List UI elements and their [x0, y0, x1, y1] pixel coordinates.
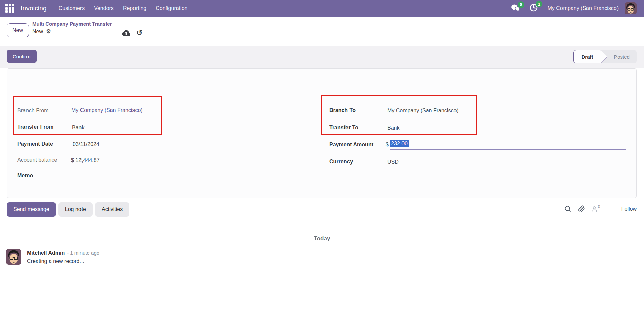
today-label: Today — [305, 235, 339, 242]
account-balance-value: $ 12,444.87 — [71, 157, 100, 163]
search-messages-button[interactable] — [564, 205, 571, 213]
control-panel: New Multi Company Payment Transfer New ⚙… — [0, 17, 644, 46]
app-name[interactable]: Invoicing — [21, 5, 47, 12]
breadcrumb-record-name: New — [32, 29, 43, 35]
cloud-save-icon[interactable] — [122, 30, 131, 36]
branch-to-label: Branch To — [329, 107, 356, 113]
menu-customers[interactable]: Customers — [54, 0, 89, 17]
paperclip-icon — [578, 205, 585, 213]
branch-to-value[interactable]: My Company (San Francisco) — [387, 108, 459, 114]
currency-label: Currency — [329, 159, 353, 165]
followers-person-icon — [591, 206, 598, 213]
apps-grid-icon[interactable] — [5, 4, 14, 13]
transfer-from-label: Transfer From — [17, 124, 54, 130]
breadcrumb: Multi Company Payment Transfer New ⚙ — [32, 21, 112, 35]
messages-button[interactable]: 8 — [511, 4, 520, 13]
branch-from-label: Branch From — [17, 108, 48, 114]
payment-amount-selected-text: 232.00 — [390, 140, 409, 147]
today-divider: Today — [7, 235, 637, 242]
company-switcher[interactable]: My Company (San Francisco) — [547, 5, 619, 11]
chatter-message: Mitchell Admin - 1 minute ago Creating a… — [6, 249, 99, 265]
avatar-image — [6, 249, 21, 265]
gear-icon[interactable]: ⚙ — [46, 28, 51, 35]
payment-amount-input[interactable]: 232.00 — [390, 141, 626, 150]
follow-button[interactable]: Follow — [621, 206, 637, 212]
chatter-buttons: Send message Log note Activities — [7, 202, 129, 217]
breadcrumb-parent[interactable]: Multi Company Payment Transfer — [32, 21, 112, 27]
navbar-systray: 8 1 My Company (San Francisco) — [511, 0, 637, 17]
memo-label: Memo — [17, 173, 33, 179]
followers-button[interactable]: 0 — [591, 206, 600, 213]
nav-menus: Customers Vendors Reporting Configuratio… — [54, 0, 193, 17]
payment-date-label: Payment Date — [17, 141, 53, 147]
transfer-to-label: Transfer To — [329, 125, 358, 131]
messages-badge: 8 — [518, 1, 524, 8]
chatter-tools: 0 Follow — [564, 205, 637, 213]
top-navbar: Invoicing Customers Vendors Reporting Co… — [0, 0, 644, 17]
branch-from-value[interactable]: My Company (San Francisco) — [71, 107, 143, 113]
log-note-button[interactable]: Log note — [58, 202, 93, 217]
transfer-from-value[interactable]: Bank — [72, 125, 84, 131]
menu-configuration[interactable]: Configuration — [151, 0, 192, 17]
activities-button[interactable]: 1 — [529, 3, 538, 13]
activities-button-chatter[interactable]: Activities — [95, 202, 129, 217]
menu-vendors[interactable]: Vendors — [89, 0, 118, 17]
status-action-bar: Confirm Draft Posted — [0, 46, 644, 68]
transfer-to-value[interactable]: Bank — [387, 125, 399, 131]
form-sheet — [7, 68, 637, 198]
account-balance-label: Account balance — [17, 157, 57, 163]
currency-symbol: $ — [386, 142, 389, 148]
confirm-button[interactable]: Confirm — [7, 50, 37, 63]
payment-date-value[interactable]: 03/11/2024 — [73, 141, 99, 147]
new-record-button[interactable]: New — [7, 23, 29, 37]
user-avatar[interactable] — [625, 2, 637, 14]
send-message-button[interactable]: Send message — [7, 202, 56, 217]
menu-reporting[interactable]: Reporting — [118, 0, 151, 17]
message-avatar[interactable] — [6, 249, 21, 265]
avatar-image — [625, 2, 637, 14]
search-icon — [564, 205, 571, 213]
followers-count: 0 — [598, 204, 600, 209]
discard-icon[interactable]: ↺ — [136, 30, 142, 36]
status-draft[interactable]: Draft — [573, 50, 601, 63]
message-body: Creating a new record... — [27, 258, 99, 264]
message-timestamp: - 1 minute ago — [67, 250, 99, 256]
statusbar: Draft Posted — [573, 50, 637, 63]
invoicing-app-screen: Invoicing Customers Vendors Reporting Co… — [0, 0, 644, 328]
activities-badge: 1 — [536, 1, 542, 7]
payment-amount-label: Payment Amount — [329, 142, 373, 148]
currency-value[interactable]: USD — [387, 159, 399, 165]
attach-files-button[interactable] — [578, 205, 585, 213]
message-author[interactable]: Mitchell Admin — [27, 250, 65, 256]
